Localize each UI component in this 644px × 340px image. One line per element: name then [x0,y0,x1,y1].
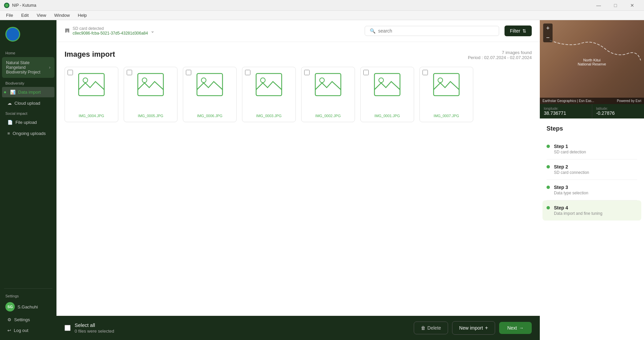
map-location-label: North Kitui National Reserve [578,58,606,66]
close-button[interactable]: ✕ [625,0,640,11]
image-grid: IMG_0004.JPG IMG_0005.JPG IMG_0006.JPG [65,67,532,308]
image-card[interactable]: IMG_0004.JPG [65,67,118,122]
search-box: 🔍 [365,26,499,36]
image-card[interactable]: IMG_0001.JPG [360,67,414,122]
dropdown-arrow-icon[interactable]: ⌄ [151,28,155,34]
maximize-button[interactable]: □ [608,0,623,11]
image-checkbox-5[interactable] [363,70,369,75]
user-avatar: SG [5,302,15,311]
latitude-value: -0.27876 [596,110,640,116]
settings-label: Settings [14,317,30,322]
svg-point-3 [142,78,147,83]
latitude-label: latitude: [596,107,640,110]
svg-point-9 [320,78,324,83]
image-thumbnail [431,71,461,98]
delete-button[interactable]: 🗑 Delete [414,322,448,334]
images-period: Period : 02.07.2024 - 02.07.2024 [468,55,532,60]
svg-rect-0 [79,74,104,96]
image-checkbox-4[interactable] [304,70,310,75]
image-filename: IMG_0007.JPG [434,114,459,118]
images-count: 7 images found [468,50,532,55]
ongoing-uploads-label: Ongoing uploads [13,131,46,136]
image-placeholder-icon [433,73,460,96]
sd-card-info: 🖪 SD card detected c8ec9086-fcba-5021-37… [65,26,359,36]
step-item-3: Step 3 Data type selection [547,180,637,200]
app-container: Home Natural State Rangeland Biodiversit… [0,20,644,340]
sidebar-item-settings[interactable]: ⚙ Settings [2,314,54,325]
zoom-out-button[interactable]: − [543,33,553,42]
content-header: Images import 7 images found Period : 02… [65,50,532,60]
svg-point-13 [438,78,443,83]
sidebar: Home Natural State Rangeland Biodiversit… [0,20,56,340]
search-input[interactable] [378,28,494,34]
attribution-text: Earthstar Geographics | Esn Eas... [542,99,594,103]
step-name: Step 4 [554,205,637,210]
image-card[interactable]: IMG_0002.JPG [301,67,355,122]
images-info: 7 images found Period : 02.07.2024 - 02.… [468,50,532,60]
image-checkbox-3[interactable] [245,70,250,75]
image-card[interactable]: IMG_0003.JPG [242,67,296,122]
location-sub: National Reserve [578,62,606,66]
image-card[interactable]: IMG_0005.JPG [124,67,177,122]
step-desc: Data import and fine tuning [554,211,637,216]
step-desc: SD card detection [554,150,637,154]
svg-rect-6 [256,74,282,96]
data-import-label: Data import [18,90,41,95]
step-name: Step 1 [554,144,637,149]
sidebar-item-cloud-upload[interactable]: ☁ Cloud upload [2,98,54,108]
sd-card-icon: 🖪 [65,28,70,34]
sidebar-section-social: Social impact [0,109,56,117]
cloud-upload-label: Cloud upload [14,101,40,106]
menu-help[interactable]: Help [75,12,90,18]
new-import-button[interactable]: New import + [452,321,495,335]
gear-icon: ⚙ [7,317,11,322]
next-button[interactable]: Next → [499,322,532,334]
project-label: Natural State Rangeland Biodiversity Pro… [6,60,46,75]
sidebar-item-project[interactable]: Natural State Rangeland Biodiversity Pro… [2,57,54,78]
svg-point-7 [260,78,265,83]
menu-window[interactable]: Window [51,12,73,18]
image-thumbnail [135,71,166,98]
next-label: Next [507,325,517,331]
titlebar-controls: — □ ✕ [591,0,640,11]
image-card[interactable]: IMG_0006.JPG [183,67,237,122]
longitude-box: longitude: 38.736771 [540,104,592,118]
image-checkbox-0[interactable] [68,70,73,75]
image-placeholder-icon [137,73,164,96]
image-checkbox-1[interactable] [127,70,132,75]
image-placeholder-icon [315,73,341,96]
titlebar: NIP - Kutuma — □ ✕ [0,0,644,11]
image-checkbox-2[interactable] [186,70,191,75]
zoom-in-button[interactable]: + [543,23,553,33]
image-thumbnail [254,71,284,98]
sidebar-item-file-upload[interactable]: 📄 File upload [2,117,54,128]
svg-point-1 [83,78,88,83]
sidebar-item-ongoing-uploads[interactable]: ≡ Ongoing uploads [2,128,54,139]
location-name: North Kitui [583,58,600,62]
sidebar-item-logout[interactable]: ↩ Log out [2,325,54,336]
powered-by-text: Powered by Esri [617,99,641,103]
image-thumbnail [76,71,107,98]
menu-view[interactable]: View [33,12,49,18]
image-card[interactable]: IMG_0007.JPG [419,67,473,122]
filter-button[interactable]: Filter ⇅ [505,26,532,36]
latitude-box: latitude: -0.27876 [592,104,644,118]
svg-rect-8 [315,74,341,96]
svg-rect-10 [374,74,400,96]
data-import-chart-icon: 📊 [10,90,15,95]
menu-file[interactable]: File [3,12,16,18]
menu-edit[interactable]: Edit [18,12,32,18]
image-filename: IMG_0003.JPG [256,114,282,118]
files-selected-label: 0 files were selected [75,329,114,334]
svg-rect-2 [138,74,163,96]
sidebar-item-user[interactable]: SG S.Gachuhi [0,299,56,314]
trash-icon: 🗑 [421,325,426,331]
image-checkbox-6[interactable] [422,70,428,75]
filter-icon: ⇅ [522,28,526,34]
minimize-button[interactable]: — [591,0,606,11]
image-thumbnail [313,71,343,98]
select-all-checkbox[interactable] [65,325,71,331]
sidebar-bottom: Settings SG S.Gachuhi ⚙ Settings ↩ Log o… [0,286,56,336]
sidebar-item-data-import[interactable]: 📊 Data import [2,87,54,97]
step-dot [547,206,550,209]
